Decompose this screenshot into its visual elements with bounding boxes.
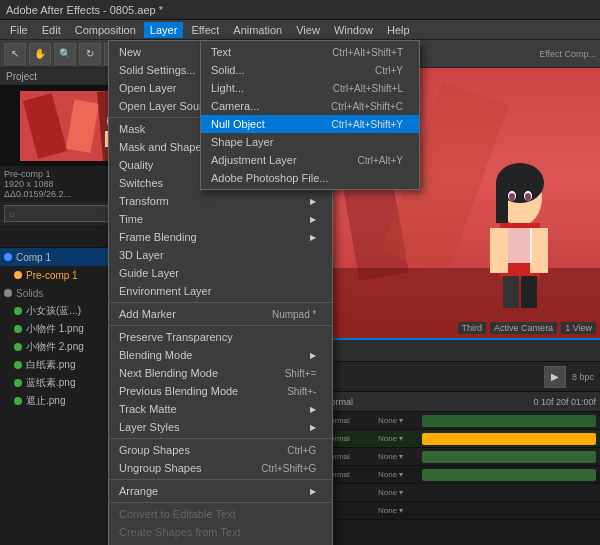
menu-group-shapes[interactable]: Group Shapes Ctrl+G bbox=[109, 441, 332, 459]
svg-point-26 bbox=[509, 193, 515, 201]
svg-rect-17 bbox=[490, 228, 508, 273]
menu-shapes-from-text[interactable]: Create Shapes from Text bbox=[109, 523, 332, 541]
menu-view[interactable]: View bbox=[290, 22, 326, 38]
tool-zoom[interactable]: 🔍 bbox=[54, 43, 76, 65]
blue-label: 遮止.png bbox=[26, 394, 65, 408]
image-icon3 bbox=[14, 343, 22, 351]
menu-edit[interactable]: Edit bbox=[36, 22, 67, 38]
open-source-shortcut: Alt+Numpad Enter bbox=[234, 101, 316, 112]
svg-rect-13 bbox=[381, 81, 508, 274]
menu-open-layer[interactable]: Open Layer bbox=[109, 79, 332, 97]
menu-new[interactable]: New bbox=[109, 43, 332, 61]
item1-label: 小物件 2.png bbox=[26, 340, 84, 354]
image-icon2 bbox=[14, 325, 22, 333]
blending-mode-label: Blending Mode bbox=[119, 349, 192, 361]
parent-1: None ▾ bbox=[378, 416, 418, 425]
comp-camera-label: Active Camera bbox=[490, 322, 557, 334]
menu-prev-blending[interactable]: Previous Blending Mode Shift+- bbox=[109, 382, 332, 400]
tool-select[interactable]: ↖ bbox=[4, 43, 26, 65]
item2-label: 白纸素.png bbox=[26, 358, 75, 372]
play-btn[interactable]: ▶ bbox=[544, 366, 566, 388]
svg-rect-20 bbox=[521, 276, 537, 308]
svg-rect-22 bbox=[496, 183, 508, 223]
prev-blend-label: Previous Blending Mode bbox=[119, 385, 238, 397]
menu-composition[interactable]: Composition bbox=[69, 22, 142, 38]
svg-rect-19 bbox=[503, 276, 519, 308]
menu-section-blend: Preserve Transparency Blending Mode Next… bbox=[109, 326, 332, 439]
title-bar: Adobe After Effects - 0805.aep * bbox=[0, 0, 600, 20]
menu-switches[interactable]: Switches bbox=[109, 174, 332, 192]
comp-icon bbox=[4, 253, 12, 261]
comp-view-label: Third bbox=[458, 322, 487, 334]
white-label: 蓝纸素.png bbox=[26, 376, 75, 390]
menu-window[interactable]: Window bbox=[328, 22, 379, 38]
ungroup-shapes-label: Ungroup Shapes bbox=[119, 462, 202, 474]
menu-blending-mode[interactable]: Blending Mode bbox=[109, 346, 332, 364]
ungroup-shortcut: Ctrl+Shift+G bbox=[261, 463, 316, 474]
time-label: Time bbox=[119, 213, 143, 225]
menu-guide-layer[interactable]: Guide Layer bbox=[109, 264, 332, 282]
layer-menu[interactable]: New Solid Settings... Ctrl+Shift+Y Open … bbox=[108, 40, 333, 545]
parent-2: None ▾ bbox=[378, 434, 418, 443]
menu-environment-layer[interactable]: Environment Layer bbox=[109, 282, 332, 300]
comp-controls: Third Active Camera 1 View bbox=[458, 322, 596, 334]
bpc-label: 8 bpc bbox=[572, 372, 594, 382]
solids-label: Solids bbox=[16, 288, 43, 299]
menu-time[interactable]: Time bbox=[109, 210, 332, 228]
menu-ungroup-shapes[interactable]: Ungroup Shapes Ctrl+Shift+G bbox=[109, 459, 332, 477]
track-vis-2: Normal None ▾ bbox=[320, 430, 600, 448]
menu-add-marker[interactable]: Add Marker Numpad * bbox=[109, 305, 332, 323]
svg-rect-23 bbox=[508, 228, 532, 263]
menu-animation[interactable]: Animation bbox=[227, 22, 288, 38]
menu-quality[interactable]: Quality bbox=[109, 156, 332, 174]
menu-help[interactable]: Help bbox=[381, 22, 416, 38]
menu-bar: File Edit Composition Layer Effect Anima… bbox=[0, 20, 600, 40]
precomp1-label: Pre-comp 1 bbox=[26, 270, 78, 281]
image-icon bbox=[14, 307, 22, 315]
tool-hand[interactable]: ✋ bbox=[29, 43, 51, 65]
menu-section-arrange: Arrange bbox=[109, 480, 332, 503]
solid-settings-shortcut: Ctrl+Shift+Y bbox=[262, 65, 316, 76]
menu-mask-shape[interactable]: Mask and Shape Path bbox=[109, 138, 332, 156]
comp1-label: Comp 1 bbox=[16, 252, 51, 263]
menu-frame-blending[interactable]: Frame Blending bbox=[109, 228, 332, 246]
menu-3d-layer[interactable]: 3D Layer bbox=[109, 246, 332, 264]
next-blend-shortcut: Shift+= bbox=[285, 368, 317, 379]
menu-file[interactable]: File bbox=[4, 22, 34, 38]
workspace-label: Effect Comp... bbox=[539, 49, 596, 59]
mask-label: Mask bbox=[119, 123, 145, 135]
track-bar-3 bbox=[422, 451, 596, 463]
menu-next-blending[interactable]: Next Blending Mode Shift+= bbox=[109, 364, 332, 382]
menu-arrange[interactable]: Arrange bbox=[109, 482, 332, 500]
folder-icon bbox=[4, 289, 12, 297]
app-title: Adobe After Effects - 0805.aep * bbox=[6, 4, 163, 16]
menu-layer-styles[interactable]: Layer Styles bbox=[109, 418, 332, 436]
frame-blending-label: Frame Blending bbox=[119, 231, 197, 243]
guide-layer-label: Guide Layer bbox=[119, 267, 179, 279]
menu-layer[interactable]: Layer bbox=[144, 22, 184, 38]
girl-blue-label: 小女孩(蓝...) bbox=[26, 304, 81, 318]
menu-masks-from-text[interactable]: Create Masks from Text bbox=[109, 541, 332, 545]
group-shapes-label: Group Shapes bbox=[119, 444, 190, 456]
image-icon4 bbox=[14, 361, 22, 369]
menu-mask[interactable]: Mask bbox=[109, 120, 332, 138]
menu-transform[interactable]: Transform bbox=[109, 192, 332, 210]
menu-open-layer-source[interactable]: Open Layer Source Alt+Numpad Enter bbox=[109, 97, 332, 115]
menu-track-matte[interactable]: Track Matte bbox=[109, 400, 332, 418]
add-marker-shortcut: Numpad * bbox=[272, 309, 316, 320]
timeline-track-area: Normal 0 10f 20f 01:00f Normal None ▾ No… bbox=[320, 392, 600, 545]
switches-label: Switches bbox=[119, 177, 163, 189]
image-icon5 bbox=[14, 379, 22, 387]
convert-text-label: Convert to Editable Text bbox=[119, 508, 236, 520]
track-matte-label: Track Matte bbox=[119, 403, 177, 415]
precomp-icon bbox=[14, 271, 22, 279]
shapes-from-text-label: Create Shapes from Text bbox=[119, 526, 240, 538]
prev-blend-shortcut: Shift+- bbox=[287, 386, 316, 397]
preserve-label: Preserve Transparency bbox=[119, 331, 233, 343]
menu-convert-text[interactable]: Convert to Editable Text bbox=[109, 505, 332, 523]
menu-solid-settings[interactable]: Solid Settings... Ctrl+Shift+Y bbox=[109, 61, 332, 79]
menu-preserve-transparency[interactable]: Preserve Transparency bbox=[109, 328, 332, 346]
tool-rotate[interactable]: ↻ bbox=[79, 43, 101, 65]
track-bar-1 bbox=[422, 415, 596, 427]
menu-effect[interactable]: Effect bbox=[185, 22, 225, 38]
